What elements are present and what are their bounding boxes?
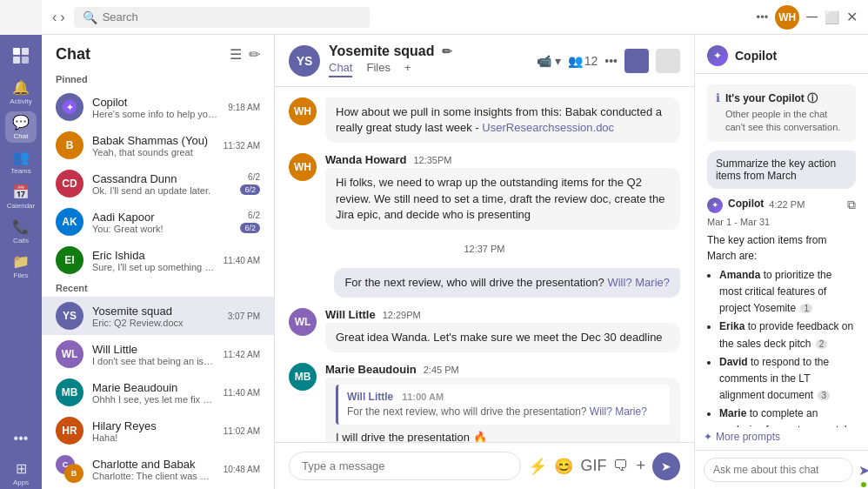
participants-button[interactable]: 👥 12 <box>568 54 598 68</box>
emoji-button[interactable]: 😊 <box>554 457 573 476</box>
restore-button[interactable]: ⬜ <box>825 10 839 24</box>
add-tab-button[interactable]: + <box>404 61 411 77</box>
sidebar-item-calendar[interactable]: 📅 Calendar <box>5 181 37 212</box>
contact-preview: Eric: Q2 Review.docx <box>92 318 219 328</box>
chat-sidebar-actions: ☰ ✏ <box>230 46 260 63</box>
sidebar-item-calls[interactable]: 📞 Calls <box>5 216 37 247</box>
contact-preview: Here's some info to help you prep for yo… <box>92 109 219 119</box>
avatar-copilot: ✦ <box>56 93 83 121</box>
chat-more-button[interactable]: ••• <box>604 54 618 68</box>
contact-item-yosemite[interactable]: YS Yosemite squad Eric: Q2 Review.docx 3… <box>42 297 274 335</box>
sidebar-item-files[interactable]: 📁 Files <box>5 251 37 282</box>
message-bubble: Hi folks, we need to wrap up the outstan… <box>325 168 680 230</box>
more-prompts-button[interactable]: ✦ More prompts <box>695 427 868 450</box>
message-input[interactable] <box>289 452 521 480</box>
apps-icon: ⊞ <box>16 460 27 477</box>
chat-icon: 💬 <box>12 114 30 131</box>
edit-name-button[interactable]: ✏ <box>442 44 452 58</box>
attach-button[interactable]: + <box>636 457 645 475</box>
copilot-info-box: ℹ It's your Copilot ⓘ Other people in th… <box>707 84 856 142</box>
svg-rect-0 <box>13 48 20 55</box>
contact-info-copilot: Copilot Here's some info to help you pre… <box>92 96 219 119</box>
gif-button[interactable]: GIF <box>580 457 606 475</box>
copy-button[interactable]: ⧉ <box>847 198 856 212</box>
nav-back-button[interactable]: ‹ <box>52 10 57 25</box>
contact-item-babak[interactable]: B Babak Shammas (You) Yeah, that sounds … <box>42 126 274 164</box>
sidebar-item-apps[interactable]: ⊞ Apps <box>5 458 37 489</box>
copilot-input[interactable] <box>704 458 853 482</box>
sidebar-item-more[interactable]: ••• <box>5 423 37 454</box>
contact-preview: Yeah, that sounds great <box>92 147 215 157</box>
message-sender: Marie Beaudouin <box>325 363 417 376</box>
user-avatar[interactable]: WH <box>775 5 799 30</box>
more-icon: ••• <box>14 431 29 446</box>
copilot-intro-text: The key action items from March are: <box>707 232 856 264</box>
contact-item-aadi[interactable]: AK Aadi Kapoor You: Great work! 6/2 6/2 <box>42 203 274 241</box>
contact-item-charlotte[interactable]: C B Charlotte and Babak Charlotte: The c… <box>42 450 274 488</box>
search-icon: 🔍 <box>83 10 97 24</box>
contact-item-will[interactable]: WL Will Little I don't see that being an… <box>42 335 274 373</box>
nav-forward-button[interactable]: › <box>60 10 64 25</box>
chat-header: YS Yosemite squad ✏ Chat Files + 📹 <box>275 35 694 87</box>
chat-header-avatar: YS <box>289 45 320 77</box>
contact-item-eric[interactable]: EI Eric Ishida Sure, I'll set up somethi… <box>42 241 274 279</box>
contact-time: 11:42 AM <box>224 350 260 359</box>
avatar-hilary: HR <box>56 417 83 445</box>
copilot-header-icon[interactable] <box>624 49 649 73</box>
sidebar-item-teams[interactable]: 👥 Teams <box>5 146 37 178</box>
message-sender: Will Little <box>325 308 376 321</box>
chat-sidebar: Chat ☰ ✏ Pinned ✦ Copilot Here's some in… <box>42 35 275 489</box>
minimize-button[interactable]: ─ <box>806 8 818 26</box>
messages-area: WH How about we pull in some insights fr… <box>275 87 694 442</box>
main-chat: YS Yosemite squad ✏ Chat Files + 📹 <box>275 35 694 489</box>
more-options-button[interactable]: ••• <box>757 10 769 23</box>
contact-item-hilary[interactable]: HR Hilary Reyes Haha! 11:02 AM <box>42 412 274 450</box>
copilot-info-text: Other people in the chat can't see this … <box>725 108 847 135</box>
contact-preview: Sure, I'll set up something for next wee… <box>92 262 215 272</box>
call-icon: 📹 <box>537 54 551 68</box>
call-button[interactable]: 📹 ▾ <box>537 54 561 68</box>
message-link[interactable]: UserResearchsession.doc <box>482 121 614 134</box>
sidebar-item-activity[interactable]: 🔔 Activity <box>5 77 37 108</box>
contact-meta: 11:42 AM <box>224 350 260 359</box>
group-name: Yosemite squad <box>329 44 435 59</box>
copilot-send-button[interactable]: ➤ <box>858 462 868 479</box>
contact-preview: Ok. I'll send an update later. <box>92 185 231 196</box>
contact-item-copilot[interactable]: ✦ Copilot Here's some info to help you p… <box>42 88 274 126</box>
message-row: WL Will Little 12:29PM Great idea Wanda.… <box>289 308 680 352</box>
svg-text:✦: ✦ <box>66 103 74 112</box>
contact-name: Aadi Kapoor <box>92 211 231 224</box>
close-button[interactable]: ✕ <box>846 9 858 25</box>
message-time: 12:35PM <box>413 155 451 165</box>
recent-label: Recent <box>42 279 274 297</box>
contact-preview: Charlotte: The client was pretty happy w… <box>92 471 215 481</box>
chat-header-name: Yosemite squad ✏ <box>329 44 528 59</box>
avatar-marie: MB <box>56 378 83 406</box>
contact-info-charlotte: Charlotte and Babak Charlotte: The clien… <box>92 458 215 481</box>
apps-header-button[interactable] <box>656 49 680 73</box>
contact-name: Eric Ishida <box>92 249 215 262</box>
activity-icon: 🔔 <box>12 79 30 96</box>
sticker-button[interactable]: 🗨 <box>613 457 629 475</box>
svg-rect-3 <box>22 57 29 64</box>
filter-button[interactable]: ☰ <box>230 46 242 63</box>
call-dropdown[interactable]: ▾ <box>555 54 561 68</box>
tab-chat[interactable]: Chat <box>329 61 352 77</box>
contact-meta: 11:32 AM <box>224 141 260 151</box>
more-prompts-label: More prompts <box>716 431 780 443</box>
contact-item-cassandra[interactable]: CD Cassandra Dunn Ok. I'll send an updat… <box>42 164 274 203</box>
list-item: Marie to complete an analysis of recent … <box>719 405 856 427</box>
tab-files[interactable]: Files <box>366 61 390 77</box>
sidebar-item-chat[interactable]: 💬 Chat <box>5 111 37 143</box>
avatar-will: WL <box>56 340 83 368</box>
compose-button[interactable]: ✏ <box>249 46 260 63</box>
send-button[interactable]: ➤ <box>652 452 680 480</box>
contact-item-marie[interactable]: MB Marie Beaudouin Ohhh I see, yes let m… <box>42 373 274 412</box>
contact-meta: 9:18 AM <box>228 103 260 112</box>
format-button[interactable]: ⚡ <box>528 457 547 476</box>
chat-header-actions: 📹 ▾ 👥 12 ••• <box>537 49 680 73</box>
search-bar[interactable]: 🔍 <box>74 7 370 28</box>
message-row: WH Wanda Howard 12:35PM Hi folks, we nee… <box>289 153 680 230</box>
search-input[interactable] <box>103 10 361 23</box>
nav-arrows: ‹ › <box>52 10 65 25</box>
